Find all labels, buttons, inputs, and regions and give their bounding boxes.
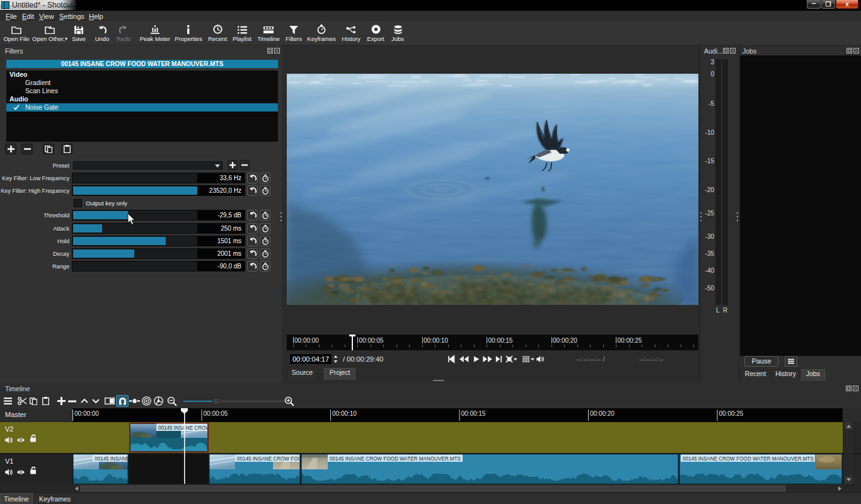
svg-text:00145 INSANE CROW FOOD WATER M: 00145 INSANE CROW FOOD WATER MANOUVER.MT… <box>683 455 814 462</box>
svg-text:Master: Master <box>5 411 26 418</box>
svg-text:00:00:15: 00:00:15 <box>461 410 486 417</box>
svg-text:00:00:00: 00:00:00 <box>74 410 99 417</box>
svg-text:00145 INSANE CROW FOOD WATER M: 00145 INSANE CROW FOOD WATER MANOUVER.MT… <box>330 455 461 462</box>
svg-text:V1: V1 <box>5 457 13 465</box>
svg-text:00:00:10: 00:00:10 <box>332 410 357 417</box>
svg-text:00:00:05: 00:00:05 <box>204 410 228 417</box>
svg-text:V2: V2 <box>5 425 13 433</box>
svg-text:00:00:20: 00:00:20 <box>590 410 615 417</box>
svg-text:00:00:25: 00:00:25 <box>719 410 744 417</box>
